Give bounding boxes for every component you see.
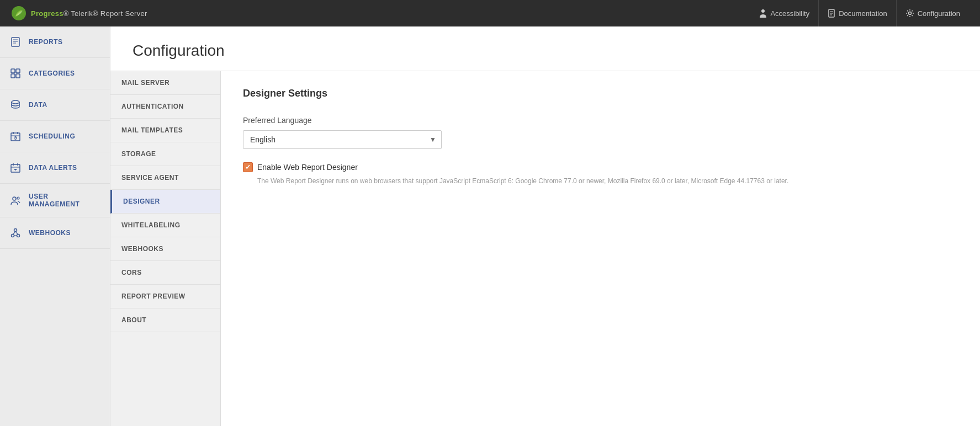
users-icon	[9, 194, 22, 207]
config-nav-report-preview[interactable]: REPORT PREVIEW	[110, 285, 220, 308]
top-nav: Progress® Telerik® Report Server Accessi…	[0, 0, 980, 26]
page-header: Configuration	[110, 26, 980, 71]
sidebar-label-data-alerts: DATA ALERTS	[29, 164, 77, 172]
section-title: Designer Settings	[243, 88, 958, 99]
svg-point-29	[12, 235, 14, 237]
person-icon	[759, 9, 767, 18]
data-icon	[9, 98, 22, 111]
sidebar-item-data-alerts[interactable]: DATA ALERTS	[0, 152, 110, 184]
svg-point-6	[908, 12, 911, 15]
configuration-link[interactable]: Configuration	[896, 0, 969, 26]
gear-icon	[905, 9, 914, 18]
documentation-link[interactable]: Documentation	[818, 0, 896, 26]
config-nav-about[interactable]: ABOUT	[110, 308, 220, 332]
enable-designer-group: Enable Web Report Designer The Web Repor…	[243, 162, 958, 186]
top-nav-links: Accessibility Documentation Configuratio…	[750, 0, 969, 26]
sidebar-item-reports[interactable]: REPORTS	[0, 26, 110, 58]
sidebar-item-user-management[interactable]: USER MANAGEMENT	[0, 184, 110, 217]
alerts-icon	[9, 161, 22, 174]
left-sidebar: REPORTS CATEGORIES DATA	[0, 26, 110, 426]
categories-icon	[9, 67, 22, 80]
config-nav-mail-server[interactable]: MAIL SERVER	[110, 71, 220, 95]
document-icon	[828, 9, 835, 18]
config-content: Designer Settings Preferred Language Eng…	[221, 71, 980, 426]
language-select[interactable]: English French German Spanish Japanese	[243, 130, 442, 149]
svg-point-1	[761, 9, 765, 13]
svg-point-31	[14, 229, 17, 232]
logo-text: Progress® Telerik® Report Server	[31, 9, 147, 18]
config-nav-service-agent[interactable]: SERVICE AGENT	[110, 166, 220, 190]
preferred-language-group: Preferred Language English French German…	[243, 116, 958, 149]
sidebar-item-data[interactable]: DATA	[0, 89, 110, 121]
scheduling-icon	[9, 130, 22, 143]
sidebar-label-scheduling: SCHEDULING	[29, 132, 75, 140]
app-body: REPORTS CATEGORIES DATA	[0, 26, 980, 426]
svg-rect-7	[12, 38, 19, 46]
sidebar-item-categories[interactable]: CATEGORIES	[0, 58, 110, 89]
enable-designer-checkbox[interactable]	[243, 162, 253, 172]
config-nav-mail-templates[interactable]: MAIL TEMPLATES	[110, 119, 220, 142]
config-sidebar: MAIL SERVER AUTHENTICATION MAIL TEMPLATE…	[110, 71, 221, 426]
svg-rect-13	[11, 74, 15, 78]
sidebar-label-reports: REPORTS	[29, 38, 63, 46]
progress-logo-icon	[11, 6, 27, 21]
config-nav-designer[interactable]: DESIGNER	[110, 190, 220, 214]
reports-icon	[9, 35, 22, 49]
svg-rect-11	[11, 69, 15, 73]
enable-designer-help: The Web Report Designer runs on web brow…	[257, 177, 958, 186]
page-title: Configuration	[133, 42, 958, 60]
sidebar-label-categories: CATEGORIES	[29, 70, 75, 77]
svg-rect-12	[16, 69, 20, 73]
sidebar-item-webhooks[interactable]: WEBHOOKS	[0, 217, 110, 249]
preferred-language-label: Preferred Language	[243, 116, 958, 125]
sidebar-item-scheduling[interactable]: SCHEDULING	[0, 121, 110, 152]
accessibility-link[interactable]: Accessibility	[750, 0, 818, 26]
enable-designer-row: Enable Web Report Designer	[243, 162, 958, 172]
config-nav-whitelabeling[interactable]: WHITELABELING	[110, 214, 220, 237]
svg-point-27	[13, 197, 16, 200]
config-nav-cors[interactable]: CORS	[110, 261, 220, 285]
svg-rect-14	[16, 74, 20, 78]
sidebar-label-data: DATA	[29, 101, 47, 109]
config-nav-authentication[interactable]: AUTHENTICATION	[110, 95, 220, 119]
config-nav-storage[interactable]: STORAGE	[110, 142, 220, 166]
webhooks-icon	[9, 226, 22, 239]
sidebar-label-user-management: USER MANAGEMENT	[29, 193, 101, 208]
language-select-wrapper: English French German Spanish Japanese ▼	[243, 130, 442, 149]
sidebar-label-webhooks: WEBHOOKS	[29, 229, 71, 237]
svg-point-15	[12, 100, 19, 104]
config-nav-webhooks[interactable]: WEBHOOKS	[110, 237, 220, 261]
svg-rect-23	[11, 164, 20, 172]
enable-designer-label[interactable]: Enable Web Report Designer	[257, 163, 358, 172]
content-area: Configuration MAIL SERVER AUTHENTICATION…	[110, 26, 980, 426]
svg-point-30	[17, 235, 20, 237]
svg-point-28	[17, 197, 19, 199]
logo: Progress® Telerik® Report Server	[11, 6, 147, 21]
config-layout: MAIL SERVER AUTHENTICATION MAIL TEMPLATE…	[110, 71, 980, 426]
